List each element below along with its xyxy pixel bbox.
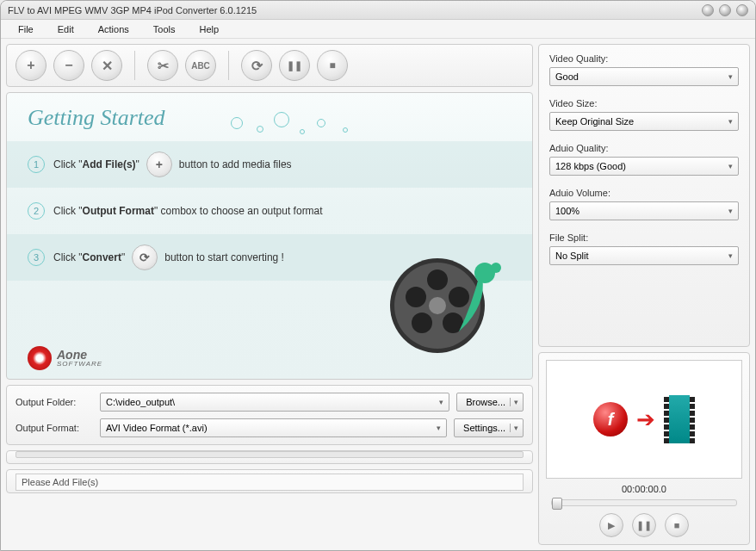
refresh-icon: ⟳ [139, 251, 150, 264]
refresh-icon: ⟳ [251, 58, 263, 74]
content: + − ✕ ✂ ABC ⟳ ❚❚ ■ Getting Started [1, 39, 755, 550]
svg-point-2 [429, 297, 446, 314]
toolbar-separator [228, 51, 229, 80]
convert-mini-button: ⟳ [132, 245, 158, 270]
pause-icon: ❚❚ [636, 520, 652, 531]
add-button[interactable]: + [15, 50, 46, 81]
output-folder-row: Output Folder: C:\video_output\ Browse..… [15, 393, 524, 412]
output-format-row: Output Format: AVI Video Format (*.avi) … [15, 418, 524, 437]
flash-icon: f [593, 402, 628, 436]
svg-point-9 [491, 263, 501, 273]
step-number: 1 [28, 156, 45, 173]
menu-actions[interactable]: Actions [98, 24, 129, 34]
getting-started-panel: Getting Started 1 Click " Add File(s) " … [6, 92, 533, 380]
scissors-icon: ✂ [158, 58, 169, 74]
film-reel-illustration [377, 237, 506, 366]
menubar: File Edit Actions Tools Help [1, 20, 755, 39]
maximize-button[interactable] [719, 4, 731, 16]
window-buttons [702, 4, 748, 16]
stop-icon: ■ [674, 520, 680, 530]
brand-logo: Aone SOFTWARE [28, 346, 102, 370]
step-2: 2 Click " Output Format " combox to choo… [7, 188, 532, 234]
video-quality-label: Video Quality: [549, 53, 739, 64]
file-split-label: File Split: [549, 232, 739, 243]
pause-button[interactable]: ❚❚ [279, 50, 310, 81]
audio-volume-label: Aduio Volume: [549, 188, 739, 198]
progress-bar [15, 451, 524, 458]
plus-icon: + [27, 58, 34, 73]
status-text: Please Add File(s) [15, 474, 524, 491]
svg-point-7 [406, 287, 426, 307]
video-quality-combo[interactable]: Good [549, 67, 739, 86]
status-panel: Please Add File(s) [6, 469, 533, 493]
abc-icon: ABC [191, 61, 210, 71]
output-format-label: Output Format: [15, 423, 93, 433]
convert-button[interactable]: ⟳ [241, 50, 272, 81]
add-mini-button: + [146, 152, 172, 177]
logo-text: Aone SOFTWARE [57, 349, 102, 368]
step-number: 3 [28, 249, 45, 266]
settings-button[interactable]: Settings... [454, 418, 524, 437]
svg-point-6 [412, 313, 432, 333]
play-button[interactable]: ▶ [599, 513, 623, 537]
cut-button[interactable]: ✂ [147, 50, 178, 81]
toolbar: + − ✕ ✂ ABC ⟳ ❚❚ ■ [6, 44, 533, 87]
decorative-dots [222, 108, 394, 152]
logo-icon [28, 346, 52, 370]
left-column: + − ✕ ✂ ABC ⟳ ❚❚ ■ Getting Started [6, 44, 533, 545]
slider-thumb[interactable] [552, 498, 562, 510]
video-size-label: Video Size: [549, 98, 739, 108]
output-panel: Output Folder: C:\video_output\ Browse..… [6, 385, 533, 445]
stop-button[interactable]: ■ [317, 50, 348, 81]
menu-tools[interactable]: Tools [153, 24, 176, 34]
output-folder-combo[interactable]: C:\video_output\ [100, 393, 449, 412]
right-column: Video Quality: Good Video Size: Keep Ori… [538, 44, 750, 545]
preview-stop-button[interactable]: ■ [665, 513, 689, 537]
svg-point-3 [427, 269, 448, 290]
app-window: FLV to AVI MPEG WMV 3GP MP4 iPod Convert… [0, 0, 756, 551]
stop-icon: ■ [329, 59, 335, 71]
browse-button[interactable]: Browse... [456, 393, 524, 412]
menu-edit[interactable]: Edit [58, 24, 74, 34]
titlebar: FLV to AVI MPEG WMV 3GP MP4 iPod Convert… [1, 1, 755, 20]
plus-icon: + [156, 158, 163, 171]
close-button[interactable] [736, 4, 748, 16]
progress-panel [6, 450, 533, 464]
arrow-right-icon: ➔ [636, 406, 655, 433]
pause-icon: ❚❚ [287, 60, 302, 71]
preview-pause-button[interactable]: ❚❚ [632, 513, 656, 537]
toolbar-separator [134, 51, 135, 80]
audio-volume-combo[interactable]: 100% [549, 201, 739, 220]
minus-icon: − [65, 58, 72, 73]
menu-help[interactable]: Help [199, 24, 219, 34]
preview-slider[interactable] [551, 499, 737, 506]
timecode-label: 00:00:00.0 [546, 479, 742, 498]
menu-file[interactable]: File [18, 24, 34, 34]
preview-controls: ▶ ❚❚ ■ [546, 513, 742, 537]
remove-button[interactable]: − [53, 50, 84, 81]
film-strip-icon [664, 395, 695, 443]
play-icon: ▶ [608, 520, 615, 531]
file-split-combo[interactable]: No Split [549, 246, 739, 265]
clear-button[interactable]: ✕ [91, 50, 122, 81]
svg-point-4 [449, 287, 469, 307]
preview-panel: f ➔ 00:00:00.0 ▶ ❚❚ ■ [538, 352, 750, 545]
step-number: 2 [28, 202, 45, 220]
output-format-combo[interactable]: AVI Video Format (*.avi) [100, 418, 447, 437]
output-folder-label: Output Folder: [15, 397, 93, 407]
x-icon: ✕ [102, 58, 113, 74]
video-size-combo[interactable]: Keep Original Size [549, 112, 739, 131]
preview-canvas: f ➔ [546, 360, 742, 479]
window-title: FLV to AVI MPEG WMV 3GP MP4 iPod Convert… [8, 5, 702, 15]
settings-panel: Video Quality: Good Video Size: Keep Ori… [538, 44, 750, 347]
audio-quality-combo[interactable]: 128 kbps (Good) [549, 157, 739, 176]
rename-button[interactable]: ABC [185, 50, 216, 81]
audio-quality-label: Aduio Quality: [549, 143, 739, 153]
minimize-button[interactable] [702, 4, 714, 16]
